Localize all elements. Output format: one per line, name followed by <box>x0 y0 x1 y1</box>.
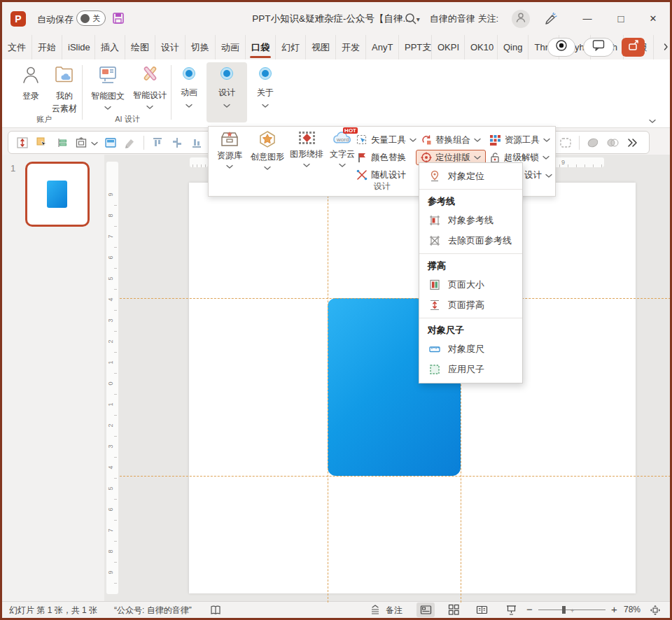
tab-动画[interactable]: 动画 <box>216 35 246 59</box>
collapse-ribbon-chevron[interactable] <box>649 114 656 127</box>
view-reading-button[interactable] <box>472 603 491 617</box>
notes-label[interactable]: 备注 <box>386 605 402 617</box>
zoom-slider-thumb[interactable] <box>562 606 566 614</box>
tab-插入[interactable]: 插入 <box>95 35 125 59</box>
chevron-down-icon <box>186 101 192 111</box>
slide-thumbnail[interactable] <box>25 162 90 227</box>
menu-item-对象参考线[interactable]: 对象参考线 <box>419 210 522 230</box>
zoom-value[interactable]: 78% <box>624 605 640 614</box>
blue-dot-icon <box>182 66 196 83</box>
blue-panel-icon[interactable] <box>101 134 120 151</box>
application-window: P 自动保存 关 PPT小知识&疑难杂症-公众号【自律...▾ 自律的音律 关注… <box>0 0 672 620</box>
format-brush-icon[interactable] <box>120 134 140 151</box>
tab-PPT支[interactable]: PPT支 <box>399 35 432 59</box>
view-sorter-button[interactable] <box>444 603 463 617</box>
align-green-icon[interactable] <box>52 134 71 151</box>
dotted-shape-icon[interactable] <box>556 134 575 151</box>
tab-开发[interactable]: 开发 <box>336 35 366 59</box>
user-avatar[interactable] <box>512 2 530 35</box>
oval-icon[interactable] <box>583 134 603 151</box>
horizontal-guide-line[interactable] <box>120 298 671 299</box>
popup-item-颜色替换[interactable]: 颜色替换 <box>356 150 406 165</box>
tab-OK10[interactable]: OK10 <box>465 35 498 59</box>
blue-dot-icon <box>220 66 234 83</box>
merge-shapes-icon[interactable] <box>603 134 622 151</box>
align-top-icon[interactable] <box>148 134 167 151</box>
popup-item-矢量工具[interactable]: 矢量工具 <box>356 132 416 148</box>
chevron-down-icon[interactable] <box>91 136 98 149</box>
zoom-slider[interactable]: + <box>538 610 606 610</box>
popup-button-图形绕排[interactable]: 图形绕排 <box>287 130 326 170</box>
tab-OKPI[interactable]: OKPI <box>432 35 465 59</box>
position-layout-menu: 对象定位参考线对象参考线去除页面参考线撑高页面大小页面撑高对象尺子对象度尺应用尺… <box>419 162 523 383</box>
login-button[interactable]: 登录 <box>15 65 47 102</box>
pin-icon <box>429 170 440 182</box>
menu-item-页面撑高[interactable]: 页面撑高 <box>419 295 522 315</box>
slide-thumbnail-panel: 1 <box>2 155 104 605</box>
menu-item-页面大小[interactable]: 页面大小 <box>419 274 522 295</box>
vertical-ruler[interactable]: 9876543210123456789 <box>106 162 118 594</box>
ribbon-content: 登录 我的 云素材 账户 智能图文 智能设计 AI 设计 动画设计关于 <box>2 59 670 128</box>
more-icon[interactable] <box>622 134 642 151</box>
tab-iSlide[interactable]: iSlide <box>62 35 95 59</box>
select-object-icon[interactable] <box>32 134 52 151</box>
minimize-button[interactable]: — <box>572 2 603 35</box>
popup-button-资源库[interactable]: 资源库 <box>213 130 246 171</box>
search-button[interactable] <box>400 2 421 35</box>
smart-graphics-button[interactable]: 智能图文 <box>88 65 128 113</box>
comment-button[interactable] <box>583 38 614 57</box>
group-label-ai-design: AI 设计 <box>85 114 170 125</box>
tab-开始[interactable]: 开始 <box>32 35 62 59</box>
view-normal-button[interactable] <box>416 603 435 617</box>
popup-button-文字云[interactable]: HOTword文字云 <box>326 130 358 170</box>
align-bottom-icon[interactable] <box>187 134 206 151</box>
popup-item-资源工具[interactable]: 资源工具 <box>489 132 550 148</box>
notes-icon[interactable] <box>366 603 384 617</box>
insert-box-icon[interactable] <box>71 134 91 151</box>
tab-AnyT[interactable]: AnyT <box>366 35 399 59</box>
tab-绘图[interactable]: 绘图 <box>125 35 155 59</box>
share-button[interactable] <box>622 38 645 57</box>
close-button[interactable]: ✕ <box>638 2 668 35</box>
group-separator <box>171 65 172 120</box>
object-guide-icon <box>429 215 440 226</box>
announce-button[interactable] <box>540 2 561 35</box>
horizontal-ruler-left[interactable] <box>190 157 208 167</box>
record-button[interactable] <box>547 38 575 57</box>
tab-口袋[interactable]: 口袋 <box>246 35 276 59</box>
ribbon-button-设计[interactable]: 设计 <box>209 66 244 111</box>
popup-item-design-partial[interactable]: 设计 <box>524 169 552 181</box>
align-middle-icon[interactable] <box>167 134 187 151</box>
horizontal-guide-line[interactable] <box>120 476 671 477</box>
view-slideshow-button[interactable] <box>502 603 520 617</box>
ribbon-button-关于[interactable]: 关于 <box>251 66 279 111</box>
tab-幻灯[interactable]: 幻灯 <box>276 35 306 59</box>
tab-切换[interactable]: 切换 <box>186 35 216 59</box>
tab-视图[interactable]: 视图 <box>306 35 336 59</box>
menu-item-对象定位[interactable]: 对象定位 <box>419 166 522 186</box>
ribbon-button-动画[interactable]: 动画 <box>176 66 202 111</box>
menu-item-去除页面参考线[interactable]: 去除页面参考线 <box>419 230 522 251</box>
menu-item-对象度尺[interactable]: 对象度尺 <box>419 339 522 359</box>
tab-文件[interactable]: 文件 <box>2 35 32 59</box>
tab-overflow-chevron[interactable] <box>664 37 668 57</box>
tab-Qing[interactable]: Qing <box>498 35 528 59</box>
vertical-guide-line[interactable] <box>328 157 328 603</box>
popup-button-创意图形[interactable]: 创意图形 <box>248 130 287 173</box>
vector-tool-icon <box>356 134 368 146</box>
zoom-out-button[interactable]: − <box>526 603 533 615</box>
chevron-down-icon <box>410 135 416 145</box>
menu-item-应用尺子[interactable]: 应用尺子 <box>419 359 522 379</box>
my-cloud-assets-button[interactable]: 我的 云素材 <box>48 65 80 115</box>
popup-item-替换组合[interactable]: 替换组合 <box>421 132 481 148</box>
fit-to-window-icon[interactable] <box>646 603 664 617</box>
zoom-in-button[interactable]: + <box>611 603 617 615</box>
doc-tag: “公众号: 自律的音律” <box>114 605 192 617</box>
ruler-number: 7 <box>107 528 114 532</box>
color-replace-icon <box>356 152 368 163</box>
maximize-button[interactable]: □ <box>606 2 636 35</box>
smart-design-button[interactable]: 智能设计 <box>130 65 170 112</box>
spellcheck-book-icon[interactable] <box>206 603 225 617</box>
tab-设计[interactable]: 设计 <box>155 35 186 59</box>
page-stretch-red-icon[interactable] <box>13 134 32 151</box>
